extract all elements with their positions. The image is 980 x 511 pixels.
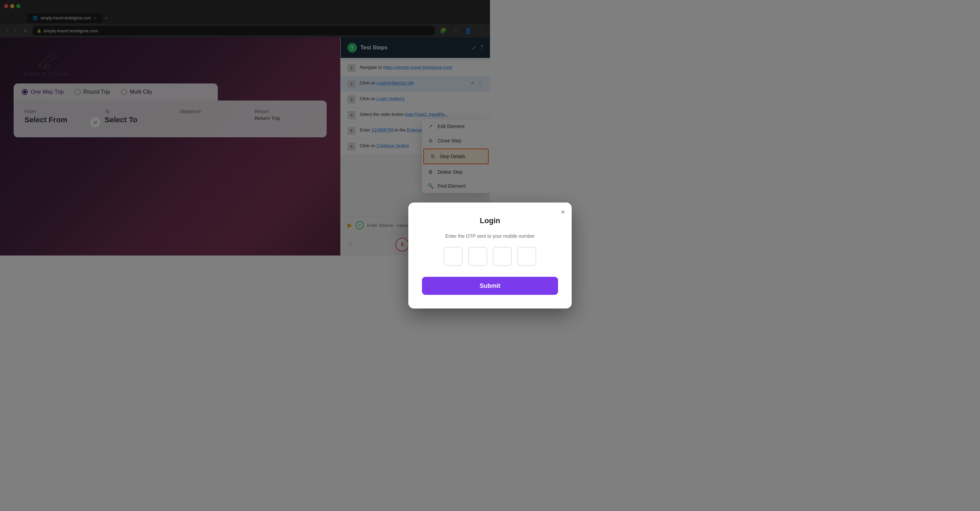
website-background: SIMPLY TRAVEL One Way Trip Round Trip Mu… <box>0 37 340 256</box>
main-content: SIMPLY TRAVEL One Way Trip Round Trip Mu… <box>0 37 490 256</box>
modal-overlay[interactable] <box>0 37 340 256</box>
